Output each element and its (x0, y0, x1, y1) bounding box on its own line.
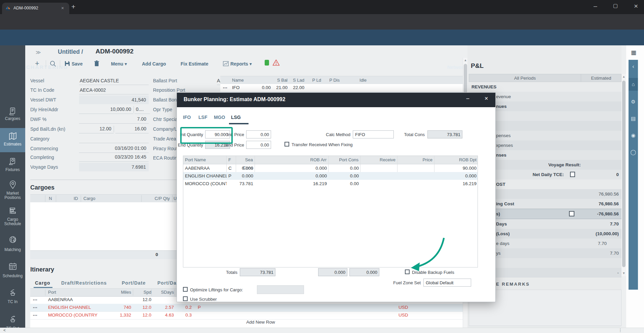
speed-laden-value[interactable]: 16.00 (115, 125, 149, 133)
column-header[interactable]: Name (232, 78, 244, 83)
window-minimize-icon[interactable]: – (594, 2, 597, 10)
expand-chevrons-icon[interactable]: ≫ (36, 49, 41, 55)
column-header[interactable]: Idle (343, 78, 367, 83)
itinerary-row[interactable]: ••• ENGLISH CHANNEL 740 12.0 2.57 0.2 P … (30, 304, 463, 312)
scroll-up-icon[interactable]: ▲ (621, 75, 626, 78)
init-price-input[interactable]: 0.00 (246, 130, 271, 138)
tab-port-date-2[interactable]: Port/Dat (157, 280, 178, 286)
commencing-value[interactable]: 03/16/20 01:00 (79, 144, 149, 153)
addr-comm-value[interactable]: 0.... (135, 105, 150, 114)
modal-header[interactable]: Bunker Planning: Estimate ADM-000992 – ✕ (177, 93, 495, 107)
window-close-icon[interactable]: × (634, 2, 638, 10)
column-header[interactable]: Port (48, 290, 56, 295)
itinerary-row[interactable]: ••• MOROCCO (COUNTRY 1,332 12.0 4.63 0.3… (30, 311, 463, 320)
fuel-tab-lsg[interactable]: LSG (231, 115, 241, 120)
column-header[interactable]: SDays (153, 290, 174, 295)
sidebar-item-label[interactable]: Cargo Schedule (0, 217, 25, 226)
optimize-liftings-input[interactable] (257, 285, 304, 294)
column-header[interactable]: Cargo (83, 196, 95, 201)
bottom-menu-dots-icon[interactable]: ⋮ (618, 328, 622, 333)
grid-view-icon[interactable]: ▦ (631, 49, 636, 56)
completing-value[interactable]: 03/23/20 16:45 (79, 153, 149, 162)
sidebar-item-estimates[interactable] (9, 132, 17, 140)
circle-badge-icon[interactable]: ◉ (629, 132, 638, 138)
use-scrubber-checkbox[interactable] (183, 296, 188, 301)
calc-method-select[interactable]: FIFO (353, 130, 394, 138)
add-cargo-button[interactable]: Add Cargo (142, 61, 166, 67)
reports-button[interactable]: Reports ▾ (230, 61, 252, 67)
row-menu-icon[interactable]: ••• (223, 86, 228, 90)
scrollbar-thumb[interactable] (622, 81, 626, 267)
end-price-input[interactable]: 0.00 (246, 141, 271, 149)
menu-button[interactable]: Menu ▾ (111, 61, 127, 67)
sidebar-item-label[interactable]: TC In (0, 300, 25, 304)
column-header[interactable]: C/P Qty (141, 196, 170, 201)
tab-draft-restrictions[interactable]: Draft/Restrictions (61, 280, 107, 286)
scroll-left-icon[interactable]: < (3, 328, 6, 333)
column-header[interactable]: P Dis (316, 78, 340, 83)
sidebar-item-scheduling[interactable] (9, 262, 17, 270)
search-icon[interactable] (50, 60, 56, 67)
fuel-tab-lsf[interactable]: LSF (198, 115, 207, 120)
sidebar-item-label[interactable]: Fixtures (0, 168, 25, 172)
add-icon[interactable]: + (35, 59, 39, 68)
sidebar-item-cargoes[interactable] (9, 107, 16, 115)
sidebar-item-cargo-schedule[interactable] (9, 207, 16, 214)
settings-gear-icon[interactable]: ⚙ (629, 99, 638, 105)
circle-outline-icon[interactable]: ◯ (629, 149, 638, 155)
disable-backup-fuels-checkbox[interactable] (405, 269, 410, 274)
column-header[interactable]: Miles (101, 290, 131, 295)
add-new-row-button[interactable]: Add New Row (30, 320, 491, 327)
scroll-up-icon[interactable]: ▲ (463, 58, 468, 62)
collapse-chevron-icon[interactable]: ‹ (629, 63, 638, 70)
browser-tab[interactable]: ADM-000992 × (2, 3, 69, 14)
tab-cargo[interactable]: Cargo (35, 280, 50, 286)
modal-close-icon[interactable]: ✕ (481, 96, 491, 105)
category-field[interactable] (79, 134, 149, 143)
row-menu-icon[interactable]: ••• (33, 314, 38, 317)
sidebar-item-market-positions[interactable] (9, 180, 16, 189)
transfer-received-checkbox[interactable] (285, 142, 289, 147)
column-header[interactable]: U (174, 196, 177, 201)
row-menu-icon[interactable]: ••• (33, 298, 38, 302)
reports-chart-icon[interactable] (223, 61, 229, 66)
tab-close-icon[interactable]: × (61, 5, 64, 11)
save-icon[interactable] (65, 61, 70, 66)
column-header[interactable]: N (45, 196, 55, 201)
speed-ballast-value[interactable]: 12.00 (79, 125, 114, 133)
result-checkbox[interactable] (569, 211, 574, 216)
column-header[interactable]: Spd (135, 290, 151, 295)
save-button[interactable]: Save (72, 61, 83, 67)
sidebar-item-tc-in[interactable] (9, 289, 17, 297)
horizontal-scrollbar[interactable]: < ⋮ (0, 328, 644, 333)
sidebar-item-label[interactable]: Estimates (0, 142, 25, 147)
daily-hire-value[interactable]: 10,000.00 (79, 105, 134, 114)
rail-home-tile[interactable]: ⌂ (629, 78, 638, 91)
pnl-estimated-header[interactable]: Estimated (581, 74, 621, 82)
modal-minimize-icon[interactable]: – (463, 95, 473, 104)
validation-warning-icon[interactable] (272, 59, 280, 66)
modal-table-row[interactable]: AABENRAAC 0.0000.000 0.00 90.000 (183, 164, 478, 172)
tce-checkbox[interactable] (570, 172, 575, 177)
sidebar-item-tc-out[interactable] (9, 315, 17, 323)
fix-estimate-button[interactable]: Fix Estimate (181, 61, 208, 67)
sidebar-item-label[interactable]: Cargoes (0, 117, 25, 121)
sidebar-item-matching[interactable] (9, 236, 17, 244)
bunker-strip-row[interactable]: ••• IFO 0.00 21.00 22.00 (220, 84, 463, 92)
tab-port-date[interactable]: Port/Date (122, 280, 146, 286)
new-tab-icon[interactable]: + (71, 3, 75, 11)
modal-table-row[interactable]: MOROCCO (COUNTRY) 73.78116.219 0.00 16.2… (183, 180, 478, 188)
home-icon[interactable]: ⌂ (629, 81, 638, 87)
sidebar-item-label[interactable]: Scheduling (0, 274, 25, 278)
dwf-value[interactable]: 7.00 (79, 115, 149, 124)
row-menu-icon[interactable]: ••• (33, 306, 38, 309)
modal-table-row[interactable]: ENGLISH CHANNELP 0.0000.000 0.00 0.000 (183, 172, 478, 180)
sidebar-item-label[interactable]: Matching (0, 248, 25, 252)
breadcrumb-parent[interactable]: Untitled / (58, 48, 83, 55)
window-maximize-icon[interactable]: ▢ (613, 3, 618, 9)
column-header[interactable]: ID (57, 196, 78, 201)
fuel-zone-set-select[interactable]: Global Default (423, 279, 471, 287)
document-panel-icon[interactable]: ▤ (629, 116, 638, 122)
pnl-period-header[interactable]: All Periods (469, 74, 581, 82)
sidebar-item-label[interactable]: Market Positions (0, 191, 25, 200)
